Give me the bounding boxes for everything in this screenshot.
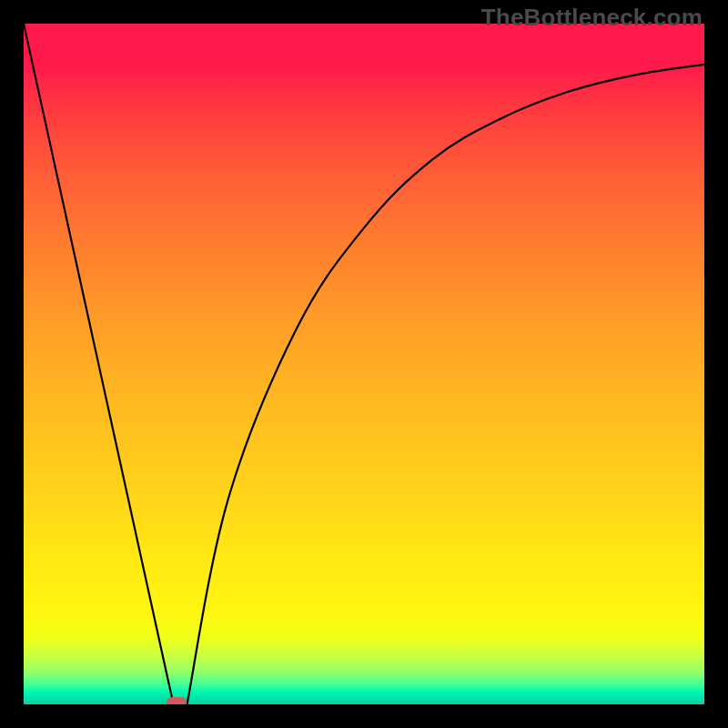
chart-frame: TheBottleneck.com [0,0,728,728]
optimal-marker [167,697,187,704]
watermark-text: TheBottleneck.com [481,4,703,32]
bottleneck-curve [24,24,704,704]
plot-area [24,24,704,704]
